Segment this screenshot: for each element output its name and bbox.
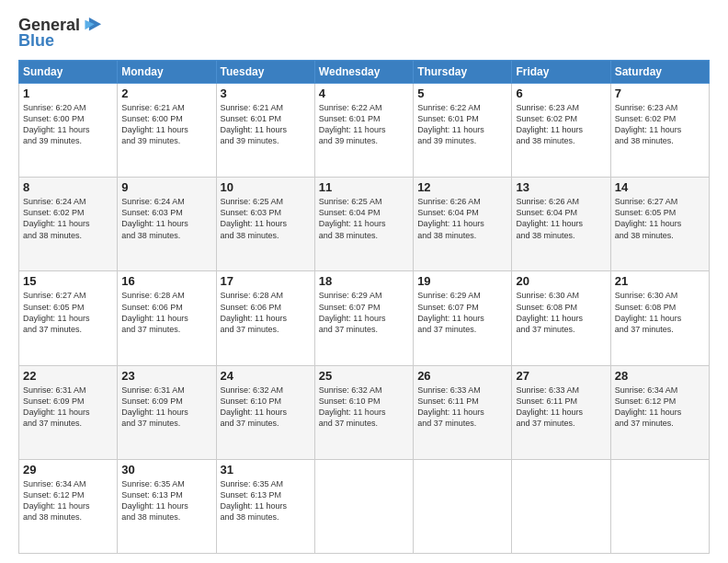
day-number: 22 (23, 369, 113, 383)
cell-text: Sunrise: 6:23 AMSunset: 6:02 PMDaylight:… (615, 102, 705, 147)
day-number: 12 (417, 180, 507, 194)
calendar-header-monday: Monday (118, 61, 216, 84)
cell-text: Sunrise: 6:21 AMSunset: 6:01 PMDaylight:… (221, 102, 311, 147)
day-number: 7 (615, 86, 705, 100)
day-number: 16 (121, 274, 211, 288)
table-row: 15Sunrise: 6:27 AMSunset: 6:05 PMDayligh… (19, 271, 118, 365)
day-number: 4 (319, 86, 409, 100)
cell-text: Sunrise: 6:30 AMSunset: 6:08 PMDaylight:… (516, 290, 606, 335)
day-number: 6 (516, 86, 606, 100)
table-row: 28Sunrise: 6:34 AMSunset: 6:12 PMDayligh… (610, 365, 709, 459)
day-number: 20 (516, 274, 606, 288)
cell-text: Sunrise: 6:34 AMSunset: 6:12 PMDaylight:… (615, 385, 705, 430)
table-row: 20Sunrise: 6:30 AMSunset: 6:08 PMDayligh… (512, 271, 610, 365)
calendar-header-sunday: Sunday (19, 61, 118, 84)
cell-text: Sunrise: 6:33 AMSunset: 6:11 PMDaylight:… (417, 385, 507, 430)
table-row (512, 459, 610, 553)
cell-text: Sunrise: 6:32 AMSunset: 6:10 PMDaylight:… (319, 385, 409, 430)
table-row: 17Sunrise: 6:28 AMSunset: 6:06 PMDayligh… (216, 271, 314, 365)
table-row: 18Sunrise: 6:29 AMSunset: 6:07 PMDayligh… (314, 271, 413, 365)
day-number: 8 (23, 180, 113, 194)
header: General Blue (18, 15, 710, 51)
table-row: 27Sunrise: 6:33 AMSunset: 6:11 PMDayligh… (512, 365, 610, 459)
table-row: 14Sunrise: 6:27 AMSunset: 6:05 PMDayligh… (610, 178, 709, 271)
cell-text: Sunrise: 6:25 AMSunset: 6:04 PMDaylight:… (319, 196, 409, 241)
cell-text: Sunrise: 6:24 AMSunset: 6:03 PMDaylight:… (121, 196, 211, 241)
day-number: 24 (221, 369, 311, 383)
calendar-week-row: 15Sunrise: 6:27 AMSunset: 6:05 PMDayligh… (19, 271, 710, 365)
day-number: 27 (516, 369, 606, 383)
calendar-header-friday: Friday (512, 61, 610, 84)
day-number: 15 (23, 274, 113, 288)
day-number: 1 (23, 86, 113, 100)
calendar-header-thursday: Thursday (414, 61, 512, 84)
day-number: 5 (417, 86, 507, 100)
cell-text: Sunrise: 6:21 AMSunset: 6:00 PMDaylight:… (121, 102, 211, 147)
cell-text: Sunrise: 6:28 AMSunset: 6:06 PMDaylight:… (221, 290, 311, 335)
day-number: 13 (516, 180, 606, 194)
table-row: 11Sunrise: 6:25 AMSunset: 6:04 PMDayligh… (314, 178, 413, 271)
logo-icon (84, 15, 104, 35)
cell-text: Sunrise: 6:35 AMSunset: 6:13 PMDaylight:… (121, 478, 211, 523)
table-row (610, 459, 709, 553)
calendar-header-tuesday: Tuesday (216, 61, 314, 84)
table-row: 4Sunrise: 6:22 AMSunset: 6:01 PMDaylight… (314, 84, 413, 178)
calendar-header-wednesday: Wednesday (314, 61, 413, 84)
cell-text: Sunrise: 6:24 AMSunset: 6:02 PMDaylight:… (23, 196, 113, 241)
day-number: 25 (319, 369, 409, 383)
cell-text: Sunrise: 6:27 AMSunset: 6:05 PMDaylight:… (23, 290, 113, 335)
cell-text: Sunrise: 6:20 AMSunset: 6:00 PMDaylight:… (23, 102, 113, 147)
cell-text: Sunrise: 6:32 AMSunset: 6:10 PMDaylight:… (221, 385, 311, 430)
table-row: 13Sunrise: 6:26 AMSunset: 6:04 PMDayligh… (512, 178, 610, 271)
day-number: 19 (417, 274, 507, 288)
table-row: 31Sunrise: 6:35 AMSunset: 6:13 PMDayligh… (216, 459, 314, 553)
day-number: 26 (417, 369, 507, 383)
cell-text: Sunrise: 6:30 AMSunset: 6:08 PMDaylight:… (615, 290, 705, 335)
cell-text: Sunrise: 6:34 AMSunset: 6:12 PMDaylight:… (23, 478, 113, 523)
page: General Blue SundayMondayTuesdayWednesda… (0, 0, 728, 563)
calendar-table: SundayMondayTuesdayWednesdayThursdayFrid… (18, 60, 710, 554)
cell-text: Sunrise: 6:26 AMSunset: 6:04 PMDaylight:… (417, 196, 507, 241)
cell-text: Sunrise: 6:25 AMSunset: 6:03 PMDaylight:… (221, 196, 311, 241)
table-row: 2Sunrise: 6:21 AMSunset: 6:00 PMDaylight… (118, 84, 216, 178)
day-number: 30 (121, 463, 211, 477)
table-row: 3Sunrise: 6:21 AMSunset: 6:01 PMDaylight… (216, 84, 314, 178)
cell-text: Sunrise: 6:26 AMSunset: 6:04 PMDaylight:… (516, 196, 606, 241)
day-number: 3 (221, 86, 311, 100)
table-row: 23Sunrise: 6:31 AMSunset: 6:09 PMDayligh… (118, 365, 216, 459)
cell-text: Sunrise: 6:31 AMSunset: 6:09 PMDaylight:… (121, 385, 211, 430)
table-row: 12Sunrise: 6:26 AMSunset: 6:04 PMDayligh… (414, 178, 512, 271)
day-number: 28 (615, 369, 705, 383)
calendar-header-saturday: Saturday (610, 61, 709, 84)
table-row: 30Sunrise: 6:35 AMSunset: 6:13 PMDayligh… (118, 459, 216, 553)
table-row: 29Sunrise: 6:34 AMSunset: 6:12 PMDayligh… (19, 459, 118, 553)
table-row (314, 459, 413, 553)
table-row: 25Sunrise: 6:32 AMSunset: 6:10 PMDayligh… (314, 365, 413, 459)
table-row: 7Sunrise: 6:23 AMSunset: 6:02 PMDaylight… (610, 84, 709, 178)
table-row: 8Sunrise: 6:24 AMSunset: 6:02 PMDaylight… (19, 178, 118, 271)
cell-text: Sunrise: 6:22 AMSunset: 6:01 PMDaylight:… (319, 102, 409, 147)
day-number: 14 (615, 180, 705, 194)
cell-text: Sunrise: 6:29 AMSunset: 6:07 PMDaylight:… (417, 290, 507, 335)
table-row: 9Sunrise: 6:24 AMSunset: 6:03 PMDaylight… (118, 178, 216, 271)
calendar-week-row: 29Sunrise: 6:34 AMSunset: 6:12 PMDayligh… (19, 459, 710, 553)
cell-text: Sunrise: 6:28 AMSunset: 6:06 PMDaylight:… (121, 290, 211, 335)
day-number: 9 (121, 180, 211, 194)
day-number: 2 (121, 86, 211, 100)
calendar-week-row: 8Sunrise: 6:24 AMSunset: 6:02 PMDaylight… (19, 178, 710, 271)
table-row: 16Sunrise: 6:28 AMSunset: 6:06 PMDayligh… (118, 271, 216, 365)
cell-text: Sunrise: 6:23 AMSunset: 6:02 PMDaylight:… (516, 102, 606, 147)
cell-text: Sunrise: 6:33 AMSunset: 6:11 PMDaylight:… (516, 385, 606, 430)
logo-blue-text: Blue (18, 31, 54, 51)
table-row: 5Sunrise: 6:22 AMSunset: 6:01 PMDaylight… (414, 84, 512, 178)
cell-text: Sunrise: 6:27 AMSunset: 6:05 PMDaylight:… (615, 196, 705, 241)
table-row: 19Sunrise: 6:29 AMSunset: 6:07 PMDayligh… (414, 271, 512, 365)
cell-text: Sunrise: 6:31 AMSunset: 6:09 PMDaylight:… (23, 385, 113, 430)
day-number: 11 (319, 180, 409, 194)
table-row: 24Sunrise: 6:32 AMSunset: 6:10 PMDayligh… (216, 365, 314, 459)
cell-text: Sunrise: 6:29 AMSunset: 6:07 PMDaylight:… (319, 290, 409, 335)
day-number: 29 (23, 463, 113, 477)
calendar-week-row: 22Sunrise: 6:31 AMSunset: 6:09 PMDayligh… (19, 365, 710, 459)
logo: General Blue (18, 15, 104, 51)
table-row: 1Sunrise: 6:20 AMSunset: 6:00 PMDaylight… (19, 84, 118, 178)
